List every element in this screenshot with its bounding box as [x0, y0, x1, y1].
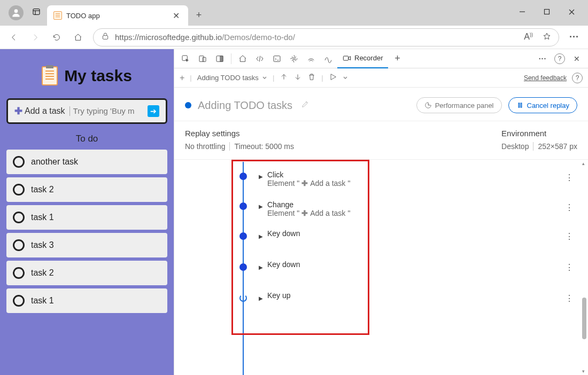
delete-icon[interactable]: [307, 73, 316, 83]
task-item[interactable]: task 3: [6, 233, 167, 257]
environment-header: Environment: [501, 129, 577, 138]
import-icon[interactable]: [293, 73, 302, 83]
expand-icon[interactable]: ▶: [259, 204, 263, 209]
task-checkbox[interactable]: [13, 156, 25, 168]
svg-point-15: [293, 58, 295, 60]
task-checkbox[interactable]: [13, 295, 25, 307]
play-icon[interactable]: [329, 73, 337, 83]
device-toggle-icon[interactable]: [195, 51, 211, 67]
section-title: To do: [6, 124, 167, 150]
timeout-value[interactable]: Timeout: 5000 ms: [234, 142, 294, 151]
expand-icon[interactable]: ▶: [259, 295, 263, 301]
task-checkbox[interactable]: [13, 184, 25, 196]
step-menu-icon[interactable]: ⋮: [561, 260, 577, 275]
step-menu-icon[interactable]: ⋮: [561, 200, 577, 215]
task-item[interactable]: task 2: [6, 177, 167, 202]
expand-icon[interactable]: ▶: [259, 174, 263, 179]
step-item[interactable]: ▶ Key up ⋮: [174, 287, 588, 311]
scroll-down-icon[interactable]: ▾: [579, 368, 587, 375]
add-task-input[interactable]: [73, 106, 143, 115]
read-aloud-icon[interactable]: A)): [524, 32, 533, 42]
export-icon[interactable]: [280, 73, 288, 83]
recorder-tab[interactable]: Recorder: [337, 49, 388, 68]
performance-panel-button[interactable]: Performance panel: [416, 97, 502, 113]
add-tab-button[interactable]: +: [389, 51, 405, 67]
step-item[interactable]: ▶ Key down ⋮: [174, 256, 588, 280]
lock-icon: [101, 32, 110, 43]
recording-selector[interactable]: Adding TODO tasks: [197, 74, 267, 82]
svg-rect-5: [545, 10, 550, 14]
expand-icon[interactable]: ▶: [259, 233, 263, 239]
step-item[interactable]: ▶ Key down ⋮: [174, 225, 588, 249]
window-maximize-button[interactable]: [535, 3, 559, 20]
profile-icon[interactable]: [9, 5, 24, 20]
scroll-up-icon[interactable]: ▴: [579, 160, 587, 167]
svg-rect-8: [103, 35, 107, 39]
dock-icon[interactable]: [212, 51, 228, 67]
recording-header: Adding TODO tasks Performance panel Canc…: [174, 88, 588, 121]
task-item[interactable]: task 1: [6, 205, 167, 230]
new-recording-button[interactable]: +: [180, 73, 184, 83]
scroll-thumb[interactable]: [582, 298, 586, 339]
task-checkbox[interactable]: [13, 239, 25, 251]
step-menu-icon[interactable]: ⋮: [561, 291, 577, 306]
play-settings-icon[interactable]: [343, 74, 348, 82]
step-item[interactable]: ▶ Change Element "✚ Add a task" ⋮: [174, 195, 588, 225]
task-checkbox[interactable]: [13, 212, 25, 223]
devtools-panel: Recorder + ··· ? ✕ + | Adding TODO tasks…: [174, 49, 588, 375]
welcome-tab-icon[interactable]: [235, 51, 251, 67]
expand-icon[interactable]: ▶: [259, 264, 263, 270]
address-bar[interactable]: https://microsoftedge.github.io/Demos/de…: [93, 28, 559, 46]
devtools-menu-icon[interactable]: ···: [535, 51, 551, 67]
step-menu-icon[interactable]: ⋮: [561, 229, 577, 244]
browser-menu-button[interactable]: ···: [564, 28, 584, 47]
tab-favicon-icon: [53, 11, 62, 20]
svg-rect-17: [519, 103, 520, 107]
tab-close-icon[interactable]: ✕: [171, 10, 182, 22]
scrollbar[interactable]: ▴ ▾: [579, 160, 587, 375]
send-feedback-link[interactable]: Send feedback: [524, 74, 567, 82]
performance-tab-icon[interactable]: [320, 51, 336, 67]
svg-rect-13: [220, 56, 223, 61]
add-task-form[interactable]: ✚Add a task ➔: [6, 98, 167, 124]
inspect-icon[interactable]: [177, 51, 194, 67]
workspaces-icon[interactable]: [32, 7, 41, 18]
recorder-toolbar: + | Adding TODO tasks | | Send feedback …: [174, 68, 588, 88]
edit-title-icon[interactable]: [301, 100, 310, 111]
window-minimize-button[interactable]: [510, 3, 535, 20]
cancel-replay-button[interactable]: Cancel replay: [508, 97, 578, 113]
settings-row: Replay settings No throttlingTimeout: 50…: [174, 121, 588, 160]
toolbar-help-icon[interactable]: ?: [572, 73, 583, 83]
favorite-icon[interactable]: [543, 32, 551, 43]
sources-tab-icon[interactable]: [286, 51, 302, 67]
step-item[interactable]: ▶ Click Element "✚ Add a task" ⋮: [174, 165, 588, 195]
svg-rect-18: [521, 103, 522, 107]
step-dot-icon: [239, 232, 247, 240]
step-dot-icon: [239, 263, 247, 271]
task-item[interactable]: task 1: [6, 288, 167, 313]
throttling-value[interactable]: No throttling: [185, 142, 225, 151]
devtools-help-icon[interactable]: ?: [552, 51, 568, 67]
task-item[interactable]: task 2: [6, 261, 167, 285]
window-close-button[interactable]: [559, 3, 584, 20]
nav-back-button[interactable]: [4, 28, 24, 47]
task-checkbox[interactable]: [13, 267, 25, 279]
nav-home-button[interactable]: [68, 28, 88, 47]
network-tab-icon[interactable]: [303, 51, 319, 67]
new-tab-button[interactable]: +: [190, 6, 207, 24]
console-tab-icon[interactable]: [269, 51, 285, 67]
elements-tab-icon[interactable]: [252, 51, 268, 67]
task-item[interactable]: another task: [6, 150, 167, 174]
plus-icon: ✚: [301, 209, 308, 217]
devtools-close-icon[interactable]: ✕: [569, 51, 585, 67]
nav-refresh-button[interactable]: [47, 28, 66, 47]
add-task-submit-button[interactable]: ➔: [148, 105, 159, 117]
svg-rect-11: [203, 57, 206, 61]
step-dot-icon: [239, 202, 247, 210]
env-size: 252×587 px: [538, 142, 577, 151]
recording-title: Adding TODO tasks: [198, 99, 292, 112]
browser-tab[interactable]: TODO app ✕: [47, 5, 188, 26]
todo-app-panel: My tasks ✚Add a task ➔ To do another tas…: [0, 49, 174, 375]
steps-area: ▶ Click Element "✚ Add a task" ⋮ ▶ Chang…: [174, 160, 588, 375]
step-menu-icon[interactable]: ⋮: [561, 170, 577, 185]
